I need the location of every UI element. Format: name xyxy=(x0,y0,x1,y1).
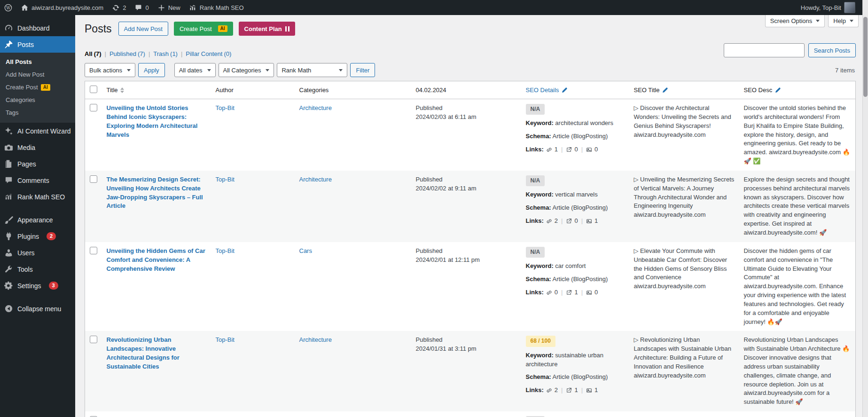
seo-desc-value: Discover the untold stories behind the w… xyxy=(744,104,850,165)
site-name-menu[interactable]: aiwizard.buyreadysite.com xyxy=(16,0,108,15)
media-links-count: 1 xyxy=(594,386,598,395)
sidebar-item-plugins[interactable]: Plugins 2 xyxy=(0,228,75,244)
row-checkbox[interactable] xyxy=(90,175,97,183)
wordpress-logo-menu[interactable]: W xyxy=(0,0,16,15)
apply-button[interactable]: Apply xyxy=(138,63,165,77)
view-all-count: (7) xyxy=(94,50,102,57)
ai-badge: AI xyxy=(218,25,227,32)
category-link[interactable]: Architecture xyxy=(299,336,332,343)
view-pillar-content[interactable]: Pillar Content(0) xyxy=(186,50,231,57)
my-account-menu[interactable]: Howdy, Top-Bit xyxy=(797,0,860,15)
schema-label: Schema: xyxy=(526,275,551,283)
sidebar-item-users[interactable]: Users xyxy=(0,244,75,261)
seo-desc-header[interactable]: SEO Desc xyxy=(744,87,851,94)
scrollbar[interactable] xyxy=(862,0,868,417)
submenu-tags[interactable]: Tags xyxy=(0,106,75,119)
comments-menu[interactable]: 0 xyxy=(130,0,153,15)
sidebar-label-rank-math-seo: Rank Math SEO xyxy=(17,193,65,201)
seo-title-header[interactable]: SEO Title xyxy=(634,87,735,94)
links-label: Links: xyxy=(526,217,544,226)
sidebar-item-comments[interactable]: Comments xyxy=(0,172,75,189)
submenu-add-new-post[interactable]: Add New Post xyxy=(0,68,75,81)
collapse-menu-button[interactable]: Collapse menu xyxy=(0,300,75,317)
plugins-plug-icon xyxy=(4,232,13,241)
scrollbar-thumb[interactable] xyxy=(863,17,868,97)
keyword-value: vertical marvels xyxy=(555,191,597,198)
search-input[interactable] xyxy=(724,43,805,57)
sidebar-item-ai-content-wizard[interactable]: AI Content Wizard xyxy=(0,123,75,139)
sidebar-item-settings[interactable]: Settings 3 xyxy=(0,277,75,294)
bulk-actions-select[interactable]: Bulk actions xyxy=(85,63,135,77)
media-icon xyxy=(4,143,13,152)
author-link[interactable]: Top-Bit xyxy=(216,176,235,183)
sidebar-label-plugins: Plugins xyxy=(17,233,39,240)
rank-math-filter-select[interactable]: Rank Math xyxy=(277,63,347,77)
edit-pencil-icon[interactable] xyxy=(662,87,668,94)
sidebar-item-appearance[interactable]: Appearance xyxy=(0,212,75,228)
updates-menu[interactable]: 2 xyxy=(108,0,130,15)
row-checkbox[interactable] xyxy=(90,336,97,343)
sidebar-item-media[interactable]: Media xyxy=(0,139,75,156)
categories-header: Categories xyxy=(295,81,411,99)
sidebar-item-posts-head[interactable]: Posts xyxy=(0,36,75,53)
new-content-menu[interactable]: New xyxy=(153,0,185,15)
posts-table: Title Author Categories 04.02.2024 SEO D… xyxy=(85,81,856,417)
submenu-all-posts[interactable]: All Posts xyxy=(0,55,75,68)
comments-count: 0 xyxy=(145,4,149,11)
post-title-link[interactable]: Revolutionizing Urban Landscapes: Innova… xyxy=(107,336,180,370)
ai-badge: AI xyxy=(41,84,50,91)
sidebar-label-users: Users xyxy=(17,249,35,257)
row-checkbox[interactable] xyxy=(90,104,97,111)
content-plan-button[interactable]: Content Plan xyxy=(239,22,295,36)
author-link[interactable]: Top-Bit xyxy=(216,104,235,111)
date-header: 04.02.2024 xyxy=(411,81,521,99)
seo-details-header[interactable]: SEO Details xyxy=(526,87,625,94)
tools-wrench-icon xyxy=(4,265,13,274)
sidebar-label-settings: Settings xyxy=(17,282,41,290)
view-trash[interactable]: Trash(1) xyxy=(153,50,178,57)
seo-details-header-label: SEO Details xyxy=(526,87,559,94)
edit-pencil-icon[interactable] xyxy=(561,87,568,94)
categories-filter-select[interactable]: All Categories xyxy=(219,63,274,77)
category-link[interactable]: Architecture xyxy=(299,176,332,183)
internal-link-icon xyxy=(546,147,552,153)
site-name: aiwizard.buyreadysite.com xyxy=(31,4,103,11)
view-published[interactable]: Published(7) xyxy=(109,50,145,57)
edit-pencil-icon[interactable] xyxy=(774,87,781,94)
sidebar-item-dashboard[interactable]: Dashboard xyxy=(0,20,75,36)
pipe-separator: | xyxy=(581,288,583,297)
create-post-label: Create Post xyxy=(180,25,212,32)
submenu-create-post[interactable]: Create Post AI xyxy=(0,81,75,94)
chevron-down-icon xyxy=(850,20,853,22)
sort-title-header[interactable]: Title xyxy=(107,87,206,94)
select-all-checkbox[interactable] xyxy=(90,86,97,93)
screen-options-button[interactable]: Screen Options xyxy=(765,15,825,27)
rank-math-adminbar-menu[interactable]: Rank Math SEO xyxy=(185,0,248,15)
author-link[interactable]: Top-Bit xyxy=(216,336,235,343)
dates-filter-select[interactable]: All dates xyxy=(174,63,216,77)
sidebar-label-pages: Pages xyxy=(17,160,36,168)
help-button[interactable]: Help xyxy=(828,15,859,27)
category-link[interactable]: Cars xyxy=(299,247,312,254)
search-posts-button[interactable]: Search Posts xyxy=(808,43,856,57)
row-checkbox[interactable] xyxy=(90,247,97,254)
post-title-link[interactable]: Unveiling the Hidden Gems of Car Comfort… xyxy=(107,247,205,272)
sidebar-item-rank-math-seo[interactable]: Rank Math SEO xyxy=(0,189,75,205)
links-label: Links: xyxy=(526,288,544,297)
add-new-post-button[interactable]: Add New Post xyxy=(118,22,168,36)
schema-label: Schema: xyxy=(526,133,551,140)
author-link[interactable]: Top-Bit xyxy=(216,247,235,254)
keyword-value: architectural wonders xyxy=(555,119,613,126)
submenu-categories[interactable]: Categories xyxy=(0,94,75,106)
category-link[interactable]: Architecture xyxy=(299,104,332,111)
menu-separator xyxy=(0,205,75,212)
sidebar-item-tools[interactable]: Tools xyxy=(0,261,75,277)
filter-button[interactable]: Filter xyxy=(350,63,375,77)
view-all[interactable]: All(7) xyxy=(85,50,102,57)
links-label: Links: xyxy=(526,145,544,154)
post-title-link[interactable]: The Mesmerizing Design Secret: Unveiling… xyxy=(107,176,203,210)
svg-text:W: W xyxy=(6,5,10,10)
sidebar-item-pages[interactable]: Pages xyxy=(0,156,75,172)
create-post-button[interactable]: Create Post AI xyxy=(174,22,233,36)
post-title-link[interactable]: Unveiling the Untold Stories Behind Icon… xyxy=(107,104,198,138)
